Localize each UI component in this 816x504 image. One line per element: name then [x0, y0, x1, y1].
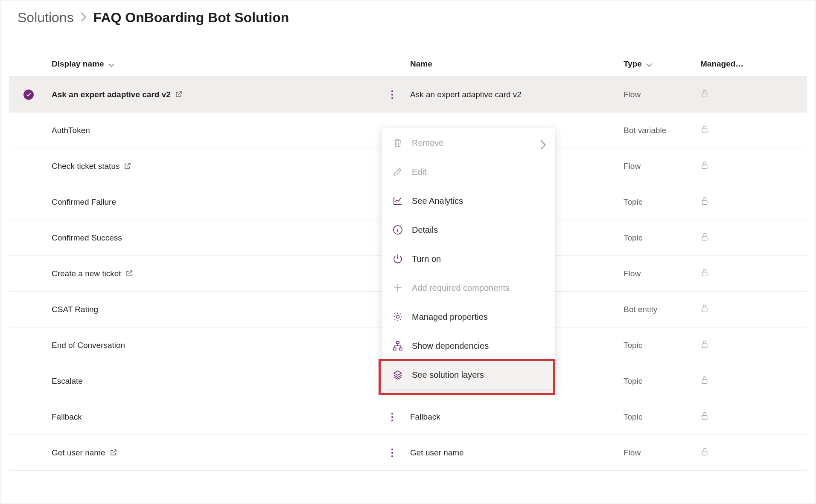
lock-icon: [700, 270, 709, 279]
row-name: Fallback: [410, 412, 624, 422]
column-managed[interactable]: Managed…: [700, 59, 743, 69]
chevron-down-icon: [646, 61, 652, 67]
menu-turn-on[interactable]: Turn on: [382, 244, 555, 273]
svg-point-2: [391, 97, 393, 99]
row-display-name[interactable]: Get user name: [52, 448, 385, 458]
svg-point-17: [391, 420, 393, 421]
svg-rect-3: [702, 93, 707, 97]
menu-see-solution-layers[interactable]: See solution layers: [382, 360, 555, 389]
row-type: Bot variable: [624, 126, 700, 135]
svg-rect-28: [393, 348, 396, 350]
hierarchy-icon: [392, 340, 403, 351]
external-link-icon: [124, 162, 131, 170]
lock-icon: [700, 127, 709, 136]
external-link-icon: [125, 269, 133, 277]
svg-rect-14: [702, 379, 707, 383]
more-actions-button[interactable]: [385, 445, 400, 461]
row-display-name[interactable]: Check ticket status: [52, 162, 385, 171]
menu-add-required[interactable]: Add required components: [382, 273, 555, 302]
menu-details[interactable]: Details: [382, 215, 555, 244]
menu-show-dependencies[interactable]: Show dependencies: [382, 331, 555, 360]
pencil-icon: [392, 166, 403, 177]
svg-rect-29: [399, 348, 402, 350]
chevron-down-icon: [108, 61, 114, 67]
row-type: Topic: [624, 197, 700, 207]
row-type: Topic: [624, 341, 700, 350]
external-link-icon: [110, 449, 117, 456]
lock-icon: [700, 306, 709, 315]
checkmark-icon: [23, 90, 34, 100]
row-display-name[interactable]: Create a new ticket: [52, 269, 385, 278]
svg-point-16: [391, 416, 393, 418]
svg-rect-10: [702, 344, 707, 348]
power-icon: [392, 253, 403, 264]
row-type: Flow: [624, 90, 700, 99]
chevron-right-icon: [81, 11, 87, 25]
lock-icon: [700, 198, 709, 207]
row-type: Bot entity: [624, 305, 700, 314]
menu-analytics[interactable]: See Analytics: [382, 186, 555, 215]
row-display-name[interactable]: Confirmed Success: [52, 233, 385, 243]
svg-point-20: [391, 452, 393, 454]
breadcrumb-current: FAQ OnBoarding Bot Solution: [93, 10, 289, 26]
row-type: Topic: [624, 233, 700, 243]
plus-icon: [392, 282, 403, 293]
lock-icon: [700, 234, 709, 243]
svg-point-26: [396, 316, 399, 319]
svg-rect-7: [702, 236, 707, 240]
column-display-name[interactable]: Display name: [52, 59, 114, 69]
table-row[interactable]: FallbackFallbackTopic: [9, 399, 807, 435]
row-type: Flow: [624, 448, 700, 458]
svg-point-19: [391, 449, 393, 450]
lock-icon: [700, 162, 709, 171]
row-display-name[interactable]: Ask an expert adaptive card v2: [52, 90, 385, 99]
chevron-right-icon: [540, 140, 546, 146]
lock-icon: [700, 413, 709, 422]
row-type: Topic: [624, 412, 700, 422]
table-header: Display name Name Type: [9, 51, 807, 77]
row-type: Flow: [624, 162, 700, 171]
row-name: Get user name: [410, 448, 624, 458]
more-actions-button[interactable]: [385, 409, 400, 425]
svg-point-21: [391, 455, 393, 457]
row-display-name[interactable]: CSAT Rating: [52, 305, 385, 314]
svg-rect-18: [702, 415, 707, 419]
table-row[interactable]: Ask an expert adaptive card v2Ask an exp…: [9, 77, 807, 113]
more-actions-button[interactable]: [385, 87, 400, 102]
layers-icon: [392, 369, 403, 380]
svg-rect-4: [702, 129, 707, 133]
svg-point-1: [391, 94, 393, 96]
row-type: Flow: [624, 269, 700, 278]
column-type[interactable]: Type: [624, 59, 652, 69]
svg-rect-22: [702, 451, 707, 455]
gear-icon: [392, 311, 403, 322]
row-display-name[interactable]: AuthToken: [52, 126, 385, 135]
row-name: Ask an expert adaptive card v2: [410, 90, 624, 99]
table-row[interactable]: Get user nameGet user nameFlow: [9, 435, 807, 471]
context-menu: Remove Edit See Analytics Details: [382, 128, 555, 389]
info-icon: [392, 224, 403, 235]
svg-rect-6: [702, 200, 707, 204]
lock-icon: [700, 342, 709, 350]
menu-edit[interactable]: Edit: [382, 157, 555, 186]
lock-icon: [700, 449, 709, 458]
lock-icon: [700, 377, 709, 386]
column-name[interactable]: Name: [410, 59, 432, 69]
row-display-name[interactable]: Fallback: [52, 412, 385, 422]
row-display-name[interactable]: Confirmed Failure: [52, 197, 385, 207]
svg-rect-27: [396, 342, 399, 344]
external-link-icon: [175, 90, 183, 98]
row-display-name[interactable]: Escalate: [52, 377, 385, 386]
breadcrumb: Solutions FAQ OnBoarding Bot Solution: [0, 0, 816, 51]
svg-rect-9: [702, 308, 707, 312]
svg-point-15: [391, 413, 393, 414]
svg-rect-5: [702, 165, 707, 168]
svg-point-0: [391, 90, 393, 92]
row-type: Topic: [624, 377, 700, 386]
menu-managed-properties[interactable]: Managed properties: [382, 302, 555, 331]
menu-remove[interactable]: Remove: [382, 128, 555, 157]
row-display-name[interactable]: End of Conversation: [52, 341, 385, 350]
breadcrumb-solutions[interactable]: Solutions: [17, 10, 74, 26]
lock-icon: [700, 91, 709, 100]
chart-line-icon: [392, 195, 403, 206]
